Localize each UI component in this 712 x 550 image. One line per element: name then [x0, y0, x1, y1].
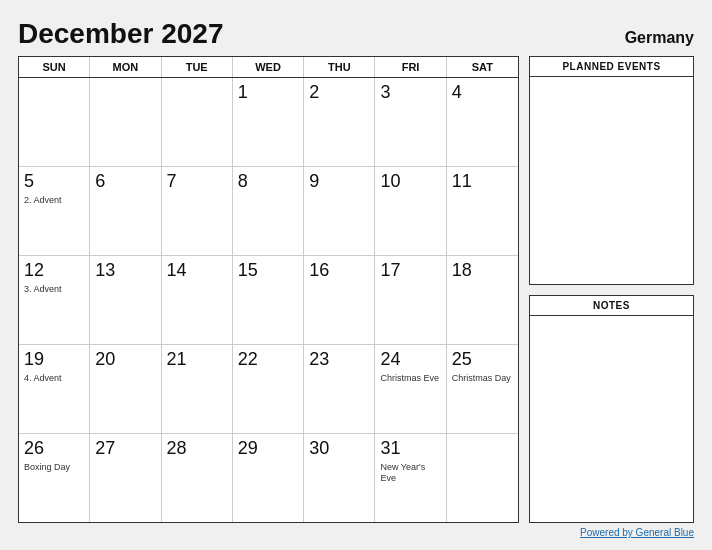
calendar-week: 194. Advent2021222324Christmas Eve25Chri…	[19, 345, 518, 434]
calendar-cell: 52. Advent	[19, 167, 90, 255]
day-number: 19	[24, 349, 84, 371]
notes-title: NOTES	[530, 296, 693, 316]
day-event: Boxing Day	[24, 462, 84, 474]
calendar-body: 123452. Advent67891011123. Advent1314151…	[19, 78, 518, 522]
day-number: 7	[167, 171, 227, 193]
day-number: 4	[452, 82, 513, 104]
header: December 2027 Germany	[18, 18, 694, 50]
calendar-cell: 27	[90, 434, 161, 522]
page: December 2027 Germany SUNMONTUEWEDTHUFRI…	[0, 0, 712, 550]
calendar-cell: 21	[162, 345, 233, 433]
calendar-header-cell: SAT	[447, 57, 518, 77]
calendar-cell: 22	[233, 345, 304, 433]
calendar-cell: 15	[233, 256, 304, 344]
calendar-cell: 10	[375, 167, 446, 255]
calendar-cell: 2	[304, 78, 375, 166]
notes-box: NOTES	[529, 295, 694, 524]
day-number: 14	[167, 260, 227, 282]
day-number: 31	[380, 438, 440, 460]
calendar-header-cell: MON	[90, 57, 161, 77]
day-number: 25	[452, 349, 513, 371]
calendar-cell: 17	[375, 256, 446, 344]
calendar-cell	[447, 434, 518, 522]
day-number: 30	[309, 438, 369, 460]
calendar-week: 26Boxing Day2728293031New Year's Eve	[19, 434, 518, 522]
planned-events-title: PLANNED EVENTS	[530, 57, 693, 77]
sidebar: PLANNED EVENTS NOTES	[529, 56, 694, 523]
calendar-cell	[162, 78, 233, 166]
calendar-cell: 3	[375, 78, 446, 166]
day-number: 27	[95, 438, 155, 460]
calendar-cell: 25Christmas Day	[447, 345, 518, 433]
calendar-cell: 28	[162, 434, 233, 522]
calendar-cell: 24Christmas Eve	[375, 345, 446, 433]
month-title: December 2027	[18, 18, 223, 50]
day-number: 21	[167, 349, 227, 371]
day-number: 16	[309, 260, 369, 282]
calendar-header-row: SUNMONTUEWEDTHUFRISAT	[19, 57, 518, 78]
day-number: 1	[238, 82, 298, 104]
calendar-cell: 30	[304, 434, 375, 522]
calendar-cell	[19, 78, 90, 166]
calendar-cell: 4	[447, 78, 518, 166]
day-number: 20	[95, 349, 155, 371]
day-number: 23	[309, 349, 369, 371]
calendar-cell: 1	[233, 78, 304, 166]
day-number: 8	[238, 171, 298, 193]
day-number: 24	[380, 349, 440, 371]
calendar-cell: 20	[90, 345, 161, 433]
calendar-cell: 14	[162, 256, 233, 344]
calendar-section: SUNMONTUEWEDTHUFRISAT 123452. Advent6789…	[18, 56, 519, 523]
day-event: 3. Advent	[24, 284, 84, 296]
day-number: 2	[309, 82, 369, 104]
day-number: 5	[24, 171, 84, 193]
calendar-header-cell: SUN	[19, 57, 90, 77]
planned-events-box: PLANNED EVENTS	[529, 56, 694, 285]
calendar-cell: 13	[90, 256, 161, 344]
day-number: 6	[95, 171, 155, 193]
day-number: 29	[238, 438, 298, 460]
calendar-week: 52. Advent67891011	[19, 167, 518, 256]
calendar-cell: 11	[447, 167, 518, 255]
calendar-cell: 9	[304, 167, 375, 255]
calendar-cell: 8	[233, 167, 304, 255]
day-number: 22	[238, 349, 298, 371]
day-number: 9	[309, 171, 369, 193]
day-number: 15	[238, 260, 298, 282]
day-number: 12	[24, 260, 84, 282]
main-area: SUNMONTUEWEDTHUFRISAT 123452. Advent6789…	[18, 56, 694, 523]
calendar-cell: 18	[447, 256, 518, 344]
calendar-cell	[90, 78, 161, 166]
calendar-header-cell: WED	[233, 57, 304, 77]
day-event: 2. Advent	[24, 195, 84, 207]
country-title: Germany	[625, 29, 694, 47]
day-number: 17	[380, 260, 440, 282]
notes-content	[530, 316, 693, 523]
day-event: New Year's Eve	[380, 462, 440, 485]
powered-by-link[interactable]: Powered by General Blue	[580, 527, 694, 538]
calendar-cell: 29	[233, 434, 304, 522]
calendar-cell: 16	[304, 256, 375, 344]
calendar-cell: 26Boxing Day	[19, 434, 90, 522]
day-event: Christmas Eve	[380, 373, 440, 385]
calendar-header-cell: TUE	[162, 57, 233, 77]
day-number: 10	[380, 171, 440, 193]
calendar-cell: 6	[90, 167, 161, 255]
day-number: 11	[452, 171, 513, 193]
calendar-cell: 7	[162, 167, 233, 255]
day-number: 28	[167, 438, 227, 460]
calendar-header-cell: THU	[304, 57, 375, 77]
calendar-week: 1234	[19, 78, 518, 167]
calendar-cell: 23	[304, 345, 375, 433]
calendar-header-cell: FRI	[375, 57, 446, 77]
day-number: 18	[452, 260, 513, 282]
calendar-cell: 31New Year's Eve	[375, 434, 446, 522]
calendar-week: 123. Advent131415161718	[19, 256, 518, 345]
calendar-cell: 123. Advent	[19, 256, 90, 344]
planned-events-content	[530, 77, 693, 284]
day-number: 13	[95, 260, 155, 282]
calendar-cell: 194. Advent	[19, 345, 90, 433]
day-event: 4. Advent	[24, 373, 84, 385]
day-event: Christmas Day	[452, 373, 513, 385]
day-number: 26	[24, 438, 84, 460]
